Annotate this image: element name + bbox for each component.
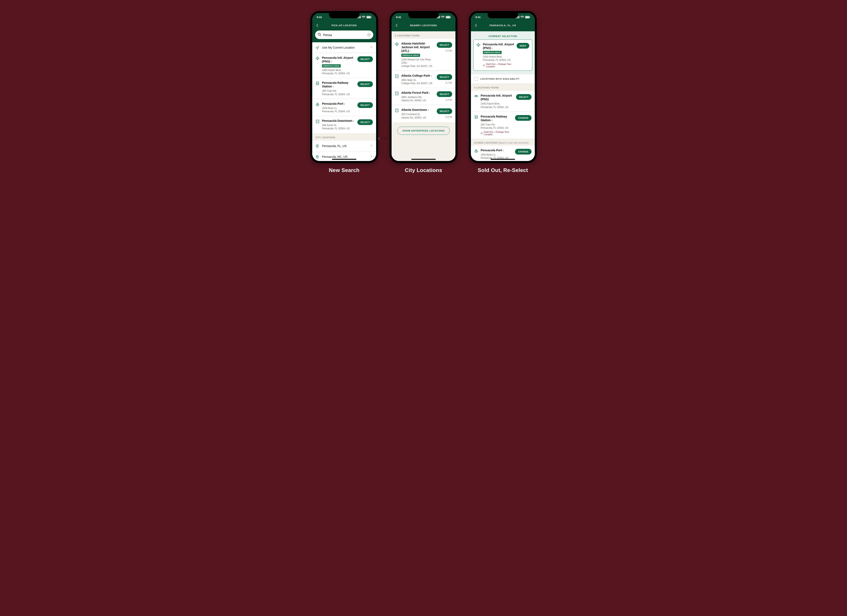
back-icon	[395, 24, 398, 27]
plane-icon	[316, 56, 320, 60]
search-input[interactable]	[323, 33, 366, 37]
location-row[interactable]: Pensacola Intl. Airport (PNS) 2430 Airpo…	[471, 91, 535, 112]
change-button[interactable]: CHANGE	[515, 115, 531, 121]
select-button[interactable]: SELECT	[516, 94, 531, 100]
select-button[interactable]: SELECT	[357, 56, 373, 62]
location-row[interactable]: Pensacola Railway Station› 280 Train Rd,…	[471, 112, 535, 139]
caption-3: Sold Out, Re-Select	[478, 167, 528, 174]
availability-filter[interactable]: LOCATIONS WITH AVAILABILITY	[471, 74, 535, 84]
ship-icon	[474, 149, 478, 153]
change-button[interactable]: CHANGE	[515, 149, 531, 155]
battery-icon	[446, 16, 451, 19]
city-name: Pensacola, NC, US	[322, 155, 367, 158]
location-row[interactable]: Atlanta Forest Park› 3852 Joneboro Rd,At…	[391, 88, 456, 105]
search-field[interactable]: ✕	[315, 31, 373, 39]
chevron-right-icon: ›	[344, 102, 345, 105]
location-row[interactable]: Pensacola Port› 1634 Boat Ln,Pensacola, …	[312, 99, 376, 116]
select-button[interactable]: SELECT	[357, 102, 373, 108]
phone-frame-3: 9:41 PENSACOLA, FL, US	[469, 11, 537, 163]
location-row[interactable]: Atlanta Downtown› 303 Courtland St,Atlan…	[391, 105, 456, 122]
location-address: 2430 Airport Blvd,Pensacola, FL 32504, U…	[483, 55, 514, 62]
location-row[interactable]: Atlanta Hatsfield-Jackson Intl. Airport …	[391, 39, 456, 71]
navigate-icon	[316, 46, 320, 50]
location-row[interactable]: Pensacola Railway Station› 280 Train Rd,…	[312, 78, 376, 99]
phone-frame-2: 9:41 NEARBY LOCATIONS 4 LOCATIONS	[390, 11, 457, 163]
chevron-right-icon: ›	[491, 119, 492, 122]
chevron-right-icon: ›	[353, 119, 354, 122]
location-address: 346 South St,Pensacola, FL 32504, US	[322, 124, 355, 130]
locations-found-label: 3 LOCATIONS FOUND	[471, 84, 535, 91]
status-time: 9:41	[475, 16, 481, 19]
distance-label: 3.7 MI	[446, 81, 452, 84]
keep-button[interactable]: KEEP	[516, 43, 529, 49]
screen2-header: NEARBY LOCATIONS	[391, 21, 456, 31]
sold-out-warning: Sold Out – Change Your Location	[481, 131, 513, 136]
back-icon	[316, 24, 319, 27]
back-button[interactable]	[474, 24, 478, 27]
prohibited-icon	[481, 132, 483, 134]
select-button[interactable]: SELECT	[437, 108, 452, 114]
caption-2: City Locations	[405, 167, 442, 174]
chevron-right-icon: ›	[431, 74, 432, 77]
pin-icon	[316, 144, 320, 148]
location-row[interactable]: Pensacola Downtown› 346 South St,Pensaco…	[312, 116, 376, 133]
location-address: 2430 Airport Blvd,Pensacola, FL 32504, U…	[481, 102, 514, 109]
location-name: Atlanta Hatsfield-Jackson Intl. Airport …	[401, 42, 430, 52]
show-enterprise-button[interactable]: SHOW ENTERPRISE LOCATIONS	[397, 127, 450, 135]
location-name: Atlanta College Park	[401, 74, 430, 77]
home-indicator[interactable]	[332, 159, 356, 160]
select-button[interactable]: SELECT	[357, 81, 373, 87]
wifi-icon	[362, 16, 365, 18]
back-button[interactable]	[394, 24, 399, 27]
caption-1: New Search	[329, 167, 359, 174]
chevron-right-icon: ›	[429, 91, 430, 94]
location-name: Pensacola Downtown	[322, 119, 352, 122]
page-title: PICK-UP LOCATION	[320, 24, 369, 27]
location-row[interactable]: Atlanta College Park› 3891 Main St,Colle…	[391, 71, 456, 88]
clear-search-button[interactable]: ✕	[367, 33, 371, 37]
car-icon	[474, 94, 478, 98]
emerald-aisle-badge: EMERALD AISLE	[322, 64, 341, 68]
use-current-label: Use My Current Location	[322, 46, 367, 49]
location-address: 280 Train Rd,Pensacola, FL 32504, US	[481, 123, 513, 130]
chevron-right-icon: ›	[428, 108, 429, 111]
notch	[488, 13, 518, 18]
home-indicator[interactable]	[491, 159, 515, 160]
location-address: 303 Courtland St,Atlanta GA, 30303, US	[401, 113, 434, 119]
status-time: 9:41	[317, 16, 322, 19]
select-button[interactable]: SELECT	[437, 42, 452, 48]
checkbox[interactable]	[474, 77, 478, 81]
city-name: Pensacola, FL, US	[322, 144, 367, 147]
battery-icon	[525, 16, 530, 19]
location-name: Pensacola Port	[481, 149, 502, 152]
chevron-right-icon: ›	[491, 47, 493, 50]
train-icon	[474, 115, 478, 119]
select-button[interactable]: SELECT	[437, 91, 452, 97]
page-title: NEARBY LOCATIONS	[399, 24, 448, 27]
back-button[interactable]	[315, 24, 320, 27]
location-name: Atlanta Downtown	[401, 108, 427, 111]
prohibited-icon	[483, 64, 485, 67]
select-button[interactable]: SELECT	[357, 119, 373, 125]
chevron-right-icon	[370, 155, 373, 159]
sold-out-warning: Sold Out – Change Your Location	[483, 63, 514, 68]
search-icon	[317, 32, 321, 37]
city-icon	[395, 108, 399, 112]
notch	[329, 13, 359, 18]
location-name[interactable]: Pensacola Intl. Airport (PNS)	[483, 43, 514, 50]
home-indicator[interactable]	[411, 159, 436, 160]
emerald-aisle-badge: EMERALD AISLE	[401, 54, 420, 57]
use-current-location[interactable]: Use My Current Location	[312, 42, 376, 53]
city-locations-header: CITY LOCATIONS	[312, 133, 376, 141]
location-address: 2200 Rental Car Cntr Pkwy 2250,College P…	[401, 58, 434, 68]
location-name: Pensacola Intl. Airport (PNS)	[481, 94, 512, 101]
location-row[interactable]: Pensacola Intl. Airport (PNS)›EMERALD AI…	[312, 53, 376, 78]
plane-icon	[477, 43, 481, 47]
city-row[interactable]: Pensacola, FL, US	[312, 141, 376, 152]
location-name: Pensacola Railway Station	[481, 115, 507, 122]
availability-filter-label: LOCATIONS WITH AVAILABILITY	[480, 78, 520, 80]
select-button[interactable]: SELECT	[437, 74, 452, 80]
current-selection-card: Pensacola Intl. Airport (PNS)› EMERALD A…	[473, 40, 532, 71]
current-selection-label: CURRENT SELECTION	[473, 35, 532, 37]
wifi-icon	[520, 16, 524, 18]
